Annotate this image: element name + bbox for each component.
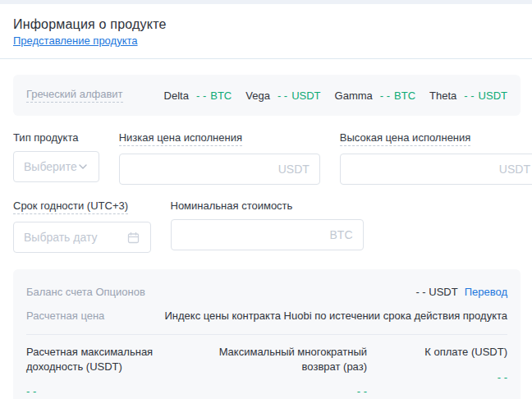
greek-theta-value: - -	[464, 89, 474, 102]
greek-alphabet-bar: Греческий алфавит Delta - -BTC Vega - -U…	[13, 75, 521, 116]
greek-theta-name: Theta	[429, 89, 456, 102]
greek-vega: Vega - -USDT	[245, 89, 320, 102]
page-title: Информация о продукте	[13, 17, 519, 32]
summary-divider	[26, 334, 507, 335]
expiry-field: Срок годности (UTC+3) Выбрать дату	[13, 198, 151, 253]
greek-delta: Delta - -BTC	[164, 89, 232, 102]
payable-label: К оплате (USDT)	[367, 345, 507, 360]
product-type-label: Тип продукта	[13, 131, 78, 144]
greek-vega-value: - -	[277, 89, 287, 102]
notional-input[interactable]	[181, 228, 330, 241]
low-strike-unit: USDT	[278, 163, 310, 176]
notional-unit: BTC	[330, 228, 353, 241]
greek-delta-value: - -	[196, 89, 206, 102]
greek-theta-unit: USDT	[479, 89, 507, 102]
settlement-price-row: Расчетная цена Индекс цены контракта Huo…	[26, 304, 507, 328]
header: Информация о продукте Представление прод…	[0, 4, 532, 58]
product-overview-link[interactable]: Представление продукта	[13, 34, 138, 47]
product-type-field: Тип продукта Выберите	[13, 130, 99, 185]
max-multiple-return-value: - -	[178, 385, 367, 397]
notional-input-wrap: BTC	[171, 219, 364, 250]
max-yield-label: Расчетная максимальная доходность (USDT)	[26, 345, 178, 374]
settlement-price-value: Индекс цены контракта Huobi по истечении…	[164, 310, 507, 322]
greek-theta: Theta - -USDT	[429, 89, 507, 102]
high-strike-input[interactable]	[351, 163, 499, 176]
product-type-select[interactable]: Выберите	[13, 151, 99, 182]
max-multiple-return-label: Максимальный многократный возврат (раз)	[178, 345, 367, 374]
greek-vega-name: Vega	[245, 89, 270, 102]
chevron-down-icon	[77, 161, 89, 172]
low-strike-label[interactable]: Низкая цена исполнения	[119, 131, 242, 146]
high-strike-unit: USDT	[499, 163, 530, 176]
high-strike-input-wrap: USDT	[340, 154, 532, 185]
form-row-2-spacer	[383, 198, 521, 253]
low-strike-field: Низкая цена исполнения USDT	[119, 130, 320, 185]
greek-delta-unit: BTC	[210, 89, 232, 102]
greek-values: Delta - -BTC Vega - -USDT Gamma - -BTC T…	[164, 89, 507, 102]
max-yield-column: Расчетная максимальная доходность (USDT)…	[26, 345, 178, 397]
low-strike-input-wrap: USDT	[119, 154, 320, 185]
greek-vega-unit: USDT	[291, 89, 320, 102]
product-type-placeholder: Выберите	[24, 160, 77, 173]
greek-gamma: Gamma - -BTC	[335, 89, 416, 102]
greek-gamma-unit: BTC	[394, 89, 415, 102]
notional-field: Номинальная стоимость BTC	[171, 198, 364, 253]
balance-label: Баланс счета Опционов	[26, 286, 145, 298]
calendar-icon[interactable]	[126, 231, 140, 245]
payable-value: - -	[367, 371, 507, 383]
greek-gamma-value: - -	[380, 89, 390, 102]
settlement-price-label: Расчетная цена	[26, 310, 104, 322]
transfer-link[interactable]: Перевод	[465, 286, 507, 298]
max-multiple-return-column: Максимальный многократный возврат (раз) …	[178, 345, 367, 397]
expiry-label[interactable]: Срок годности (UTC+3)	[13, 200, 128, 214]
expiry-placeholder: Выбрать дату	[24, 231, 98, 244]
greek-alphabet-label[interactable]: Греческий алфавит	[26, 88, 123, 103]
notional-label: Номинальная стоимость	[171, 200, 293, 212]
expiry-date-picker[interactable]: Выбрать дату	[13, 222, 151, 253]
max-yield-value: - -	[26, 385, 178, 397]
high-strike-field: Высокая цена исполнения USDT	[340, 130, 532, 185]
summary-box: Баланс счета Опционов - - USDT Перевод Р…	[13, 269, 521, 399]
balance-value: - - USDT	[415, 286, 457, 298]
summary-columns: Расчетная максимальная доходность (USDT)…	[26, 345, 507, 397]
high-strike-label[interactable]: Высокая цена исполнения	[340, 131, 471, 146]
low-strike-input[interactable]	[130, 163, 278, 176]
main-content: Греческий алфавит Delta - -BTC Vega - -U…	[0, 59, 532, 399]
greek-delta-name: Delta	[164, 89, 189, 102]
form-row-2: Срок годности (UTC+3) Выбрать дату Номин…	[13, 198, 521, 253]
balance-row: Баланс счета Опционов - - USDT Перевод	[26, 280, 507, 304]
payable-column: К оплате (USDT) - -	[367, 345, 507, 397]
form-row-1: Тип продукта Выберите Низкая цена исполн…	[13, 130, 521, 185]
greek-gamma-name: Gamma	[335, 89, 373, 102]
